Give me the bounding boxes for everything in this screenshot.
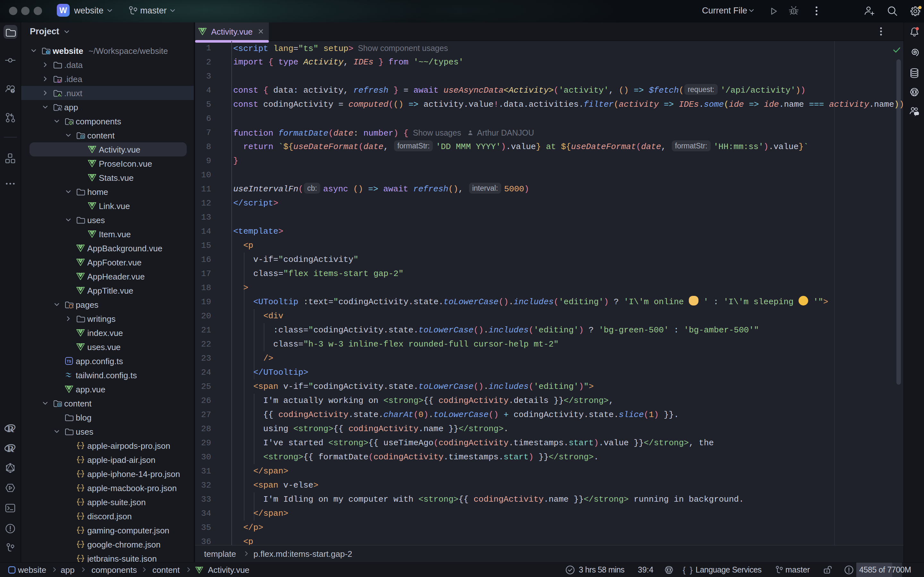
- svg-text:?: ?: [11, 89, 14, 93]
- svg-text:R: R: [7, 443, 14, 454]
- svg-text:R: R: [7, 424, 14, 434]
- svg-text:TS: TS: [67, 359, 71, 363]
